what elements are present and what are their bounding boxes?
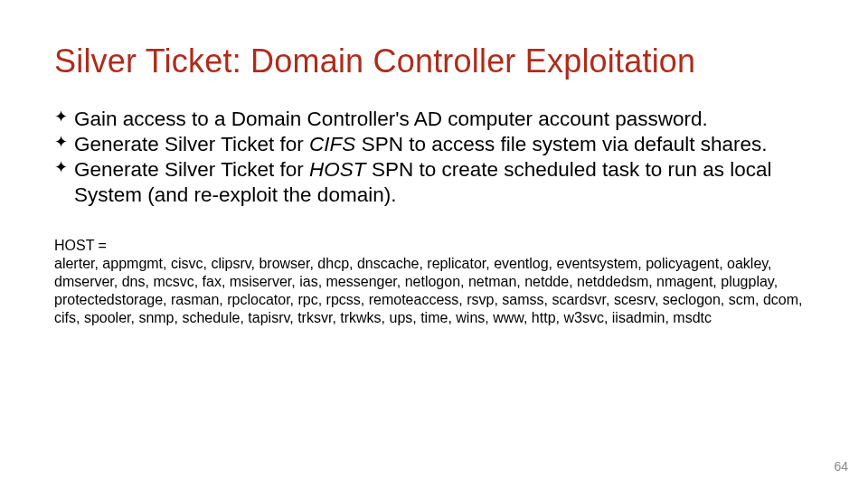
slide-title: Silver Ticket: Domain Controller Exploit… — [54, 43, 814, 80]
bullet-item: Generate Silver Ticket for HOST SPN to c… — [54, 157, 814, 208]
page-number: 64 — [834, 459, 848, 474]
bullet-item: Generate Silver Ticket for CIFS SPN to a… — [54, 132, 814, 157]
bullet-text-em: HOST — [309, 158, 366, 181]
bullet-list: Gain access to a Domain Controller's AD … — [54, 107, 814, 209]
slide: Silver Ticket: Domain Controller Exploit… — [0, 0, 868, 488]
bullet-text-em: CIFS — [309, 133, 355, 155]
host-label: HOST = — [54, 237, 814, 255]
bullet-item: Gain access to a Domain Controller's AD … — [54, 107, 814, 132]
host-block: HOST = alerter, appmgmt, cisvc, clipsrv,… — [54, 237, 814, 327]
host-list: alerter, appmgmt, cisvc, clipsrv, browse… — [54, 255, 814, 327]
bullet-text-post: SPN to access file system via default sh… — [355, 133, 767, 155]
bullet-text-pre: Generate Silver Ticket for — [74, 133, 309, 155]
bullet-text-pre: Generate Silver Ticket for — [74, 158, 309, 181]
bullet-text-pre: Gain access to a Domain Controller's AD … — [74, 108, 708, 130]
